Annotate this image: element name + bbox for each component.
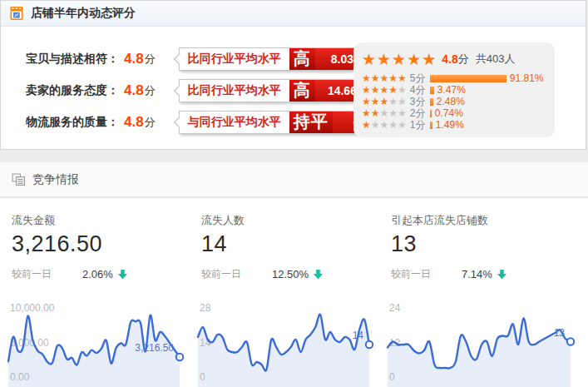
delta-value: 7.14% [462, 268, 492, 280]
breakdown-row-5: ★★★★★ 5分 91.81% [362, 72, 546, 84]
compare-text: 比同行业平均水平 [180, 80, 289, 102]
competition-header: 竞争情报 [0, 162, 588, 197]
breakdown-row-3: ★★★★★ 3分 2.48% [362, 96, 546, 107]
overall-stars-icon: ★★★★★★ [362, 50, 437, 69]
breakdown-row-2: ★★★★★ 2分 0.74% [362, 107, 546, 119]
metric-label: 流失金额 [12, 213, 190, 228]
metric-value: 13 [391, 231, 570, 257]
breakdown-row-4: ★★★★★ 4分 3.47% [362, 84, 546, 96]
delta-label: 较前一日 [391, 267, 462, 281]
rating-count: 共403人 [476, 52, 516, 67]
competition-title: 竞争情报 [32, 172, 79, 187]
stars-3-icon: ★★★★★ [362, 96, 407, 107]
breakdown-bar [430, 87, 434, 94]
rating-score: 4.8 [124, 82, 144, 99]
rating-score: 4.8 [124, 114, 144, 131]
compare-text: 与同行业平均水平 [180, 112, 289, 133]
rating-row-service: 卖家的服务态度： 4.8 分 比同行业平均水平 高 14.66% [1, 79, 381, 102]
breakdown-percent: 3.47% [437, 84, 466, 96]
breakdown-percent: 1.49% [436, 119, 464, 131]
rating-summary-box: ★★★★★★ 4.8 分 共403人 ★★★★★ 5分 91.81% ★★★★★… [353, 42, 555, 137]
competition-body: 流失金额 3,216.50 较前一日 2.06% 流失人数 14 较前一日 12… [0, 198, 588, 387]
metric-delta: 较前一日 2.06% [12, 267, 190, 281]
documents-icon [12, 173, 26, 186]
rating-score: 4.8 [124, 51, 144, 67]
svg-text:10,000.00: 10,000.00 [10, 302, 55, 314]
lost-people-trend-chart[interactable]: 2814014 [196, 293, 381, 387]
breakdown-bar [430, 98, 433, 106]
metric-card-lost-amount: 流失金额 3,216.50 较前一日 2.06% [12, 213, 190, 281]
rating-row-label: 物流服务的质量： [1, 115, 119, 130]
breakdown-percent: 0.74% [435, 107, 463, 119]
svg-text:13: 13 [554, 327, 566, 339]
svg-text:0: 0 [200, 371, 205, 383]
breakdown-percent: 2.48% [437, 96, 465, 107]
svg-text:14: 14 [200, 337, 211, 349]
metric-label: 引起本店流失店铺数 [391, 213, 570, 228]
metric-delta: 较前一日 7.14% [391, 267, 570, 281]
metric-value: 14 [201, 231, 380, 257]
delta-label: 较前一日 [201, 267, 272, 281]
stars-5-icon: ★★★★★ [362, 72, 407, 84]
stars-4-icon: ★★★★★ [362, 84, 407, 96]
rating-score-unit: 分 [145, 52, 156, 67]
dashboard: 店铺半年内动态评分 宝贝与描述相符： 4.8 分 比同行业平均水平 高 8.03… [0, 0, 588, 387]
delta-value: 12.50% [272, 268, 309, 280]
rating-panel-title: 店铺半年内动态评分 [31, 6, 136, 21]
metric-label: 流失人数 [201, 213, 380, 228]
metric-value: 3,216.50 [12, 231, 190, 257]
compare-verdict: 高 [289, 80, 315, 102]
overall-score-unit: 分 [458, 52, 469, 67]
svg-text:3,216.50: 3,216.50 [135, 342, 174, 354]
rating-score-unit: 分 [145, 115, 156, 130]
rating-row-logistics: 物流服务的质量： 4.8 分 与同行业平均水平 持平 —— [1, 111, 398, 133]
svg-text:14: 14 [353, 330, 364, 341]
svg-text:28: 28 [200, 302, 211, 314]
delta-label: 较前一日 [12, 267, 82, 281]
summary-overall: ★★★★★★ 4.8 分 共403人 [362, 49, 546, 69]
industry-compare-bubble: 比同行业平均水平 高 8.03% [179, 47, 381, 71]
rating-panel: 店铺半年内动态评分 宝贝与描述相符： 4.8 分 比同行业平均水平 高 8.03… [0, 0, 586, 150]
breakdown-bar [430, 122, 432, 129]
breakdown-row-1: ★★★★★ 1分 1.49% [362, 119, 546, 131]
metric-delta: 较前一日 12.50% [201, 267, 380, 281]
compare-text: 比同行业平均水平 [180, 48, 289, 70]
stars-1-icon: ★★★★★ [362, 119, 407, 131]
breakdown-percent: 91.81% [510, 72, 544, 84]
metric-card-lost-shops: 引起本店流失店铺数 13 较前一日 7.14% [391, 213, 570, 281]
breakdown-label: 1分 [410, 118, 430, 132]
rating-panel-header: 店铺半年内动态评分 [1, 1, 586, 27]
stars-2-icon: ★★★★★ [362, 107, 407, 119]
rating-score-unit: 分 [145, 83, 156, 98]
metric-card-lost-people: 流失人数 14 较前一日 12.50% [201, 213, 380, 281]
delta-value: 2.06% [82, 268, 113, 280]
overall-score: 4.8 [442, 52, 457, 66]
rating-row-label: 卖家的服务态度： [1, 83, 119, 98]
compare-verdict: 高 [289, 48, 315, 70]
down-arrow-icon [118, 270, 127, 280]
down-arrow-icon [314, 270, 323, 280]
shop-icon [9, 6, 24, 21]
breakdown-bar [430, 110, 432, 117]
rating-row-label: 宝贝与描述相符： [1, 52, 119, 67]
svg-text:0.00: 0.00 [10, 371, 30, 383]
industry-compare-bubble: 比同行业平均水平 高 14.66% [179, 79, 381, 102]
breakdown-bar [430, 75, 506, 82]
compare-verdict: 持平 [289, 112, 333, 133]
svg-text:24: 24 [389, 302, 401, 314]
rating-row-describe: 宝贝与描述相符： 4.8 分 比同行业平均水平 高 8.03% [1, 47, 381, 70]
lost-amount-trend-chart[interactable]: 10,000.005,000.000.003,216.50 [7, 293, 191, 387]
down-arrow-icon [497, 270, 506, 280]
svg-text:0: 0 [389, 371, 395, 383]
lost-shops-trend-chart[interactable]: 2412013 [386, 293, 582, 387]
